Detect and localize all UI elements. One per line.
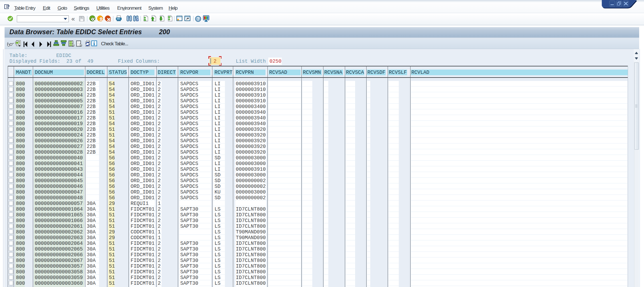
svg-text:?: ? bbox=[197, 16, 200, 21]
